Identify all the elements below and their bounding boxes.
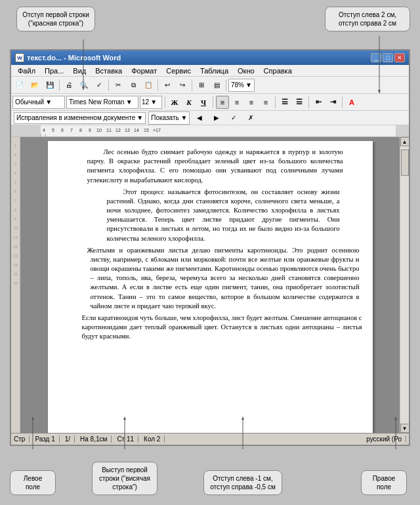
- align-left-button[interactable]: ≡: [216, 96, 229, 109]
- ruler-num-4: 4: [14, 169, 16, 178]
- svg-text:10: 10: [96, 128, 102, 132]
- horizontal-ruler: 1 2 3 4 5 6 7 8 9 10 11 12 13 14 15 +17: [11, 125, 409, 137]
- word-icon: W: [15, 53, 24, 62]
- doc-main: 1 2 3 4 5 6 7 8 9 10 11 12 13 14 15 16: [11, 137, 409, 433]
- menu-help[interactable]: Справка: [260, 66, 296, 75]
- vertical-ruler: 1 2 3 4 5 6 7 8 9 10 11 12 13 14 15 16: [11, 137, 20, 433]
- tb-table[interactable]: ⊞: [194, 78, 209, 92]
- format-toolbar: Обычный ▼ Times New Roman ▼ 12 ▼ Ж К Ч: [11, 94, 409, 111]
- svg-text:8: 8: [79, 128, 82, 132]
- svg-text:7: 7: [70, 128, 73, 132]
- annotation-bubble-bottom-indent: Отступ слева -1 см, отступ справа -0,5 с…: [203, 470, 282, 495]
- scroll-down-button[interactable]: ▼: [400, 424, 410, 433]
- style-dropdown[interactable]: Обычный ▼: [12, 96, 65, 109]
- close-button[interactable]: ✕: [394, 53, 405, 62]
- maximize-button[interactable]: □: [383, 53, 393, 62]
- arrow-bottom-left: [32, 416, 34, 449]
- menu-insert[interactable]: Вставка: [91, 66, 126, 75]
- track-accept[interactable]: ✓: [226, 111, 241, 125]
- tb-sep4: [192, 79, 192, 91]
- tb-sep5: [226, 79, 226, 91]
- tb-cut[interactable]: ✂: [111, 78, 125, 92]
- status-lang: русский (Ро: [366, 435, 406, 443]
- fmt-sep4: [308, 96, 309, 108]
- align-center-button[interactable]: ≡: [230, 96, 243, 109]
- annotation-bottom-right-text: Правое поле: [373, 475, 396, 491]
- bold-button[interactable]: Ж: [168, 96, 181, 109]
- track-reject[interactable]: ✗: [243, 111, 258, 125]
- paragraph-4: Если каратиноидов чуть больше, чем хлоро…: [82, 313, 362, 342]
- svg-text:14: 14: [134, 128, 139, 132]
- menu-table[interactable]: Таблица: [196, 66, 232, 75]
- font-dropdown[interactable]: Times New Roman ▼: [66, 96, 138, 109]
- zoom-value: 78%: [231, 81, 244, 89]
- paragraph-2: Этот процесс называется фотосинтезом, он…: [107, 188, 340, 243]
- numbering-button[interactable]: ☰: [293, 96, 306, 109]
- arrow-top-right: [378, 36, 381, 95]
- track-prev[interactable]: ◀: [192, 111, 207, 125]
- tb-print[interactable]: 🖨: [62, 78, 76, 92]
- ruler-left-margin: [11, 125, 41, 137]
- tb-spellcheck[interactable]: ✓: [92, 78, 106, 92]
- indent-button[interactable]: ⇥: [326, 96, 339, 109]
- tb-copy[interactable]: ⧉: [126, 78, 140, 92]
- document-area: Лес осенью будто снимает рабочую одежду …: [20, 137, 400, 433]
- outdent-button[interactable]: ⇤: [312, 96, 325, 109]
- annotation-bottom-left-text: Левое поле: [24, 475, 42, 491]
- bullets-button[interactable]: ☰: [278, 96, 291, 109]
- ruler-num-7: 7: [14, 196, 16, 205]
- status-st: Ст 11: [117, 435, 138, 443]
- svg-text:15: 15: [144, 128, 149, 132]
- fontsize-value: 12: [142, 98, 149, 106]
- tb-save[interactable]: 💾: [43, 78, 57, 92]
- style-value: Обычный: [15, 98, 44, 106]
- annotation-bottom-hanging-text: Выступ первой строки ("висячая строка"): [99, 466, 150, 491]
- ruler-ticks-svg: 1 2 3 4 5 6 7 8 9 10 11 12 13 14 15 +17: [11, 125, 409, 136]
- menu-window[interactable]: Окно: [234, 66, 259, 75]
- ruler-num-2: 2: [14, 150, 16, 159]
- ruler-num-3: 3: [14, 159, 16, 169]
- ruler-num-9: 9: [14, 214, 16, 224]
- tb-open[interactable]: 📂: [28, 78, 42, 92]
- main-toolbar: 📄 📂 💾 🖨 🔍 ✓ ✂ ⧉ 📋 ↩ ↪ ⊞ ▤ 78% ▼: [11, 77, 409, 94]
- track-next[interactable]: ▶: [209, 111, 224, 125]
- annotation-bubble-bottom-hanging: Выступ первой строки ("висячая строка"): [92, 462, 158, 495]
- fontsize-dropdown[interactable]: 12 ▼: [140, 96, 162, 109]
- ruler-num-10: 10: [13, 224, 18, 233]
- scroll-up-button[interactable]: ▲: [400, 137, 410, 146]
- tb-zoom[interactable]: 78% ▼: [228, 79, 255, 92]
- word-inner: W текст.do... - Microsoft Word _ □ ✕ Фай…: [11, 51, 409, 445]
- arrow-bottom-indent: [242, 416, 244, 449]
- track-dropdown[interactable]: Исправления в измененном документе ▼: [14, 112, 146, 124]
- track-bar: Исправления в измененном документе ▼ Пок…: [11, 111, 409, 125]
- ruler-num-15: 15: [13, 270, 18, 279]
- status-kol: Кол 2: [144, 435, 165, 443]
- fmt-sep3: [275, 96, 276, 108]
- svg-text:5: 5: [52, 128, 54, 132]
- arrow-bottom-right: [394, 416, 397, 449]
- menu-format[interactable]: Формат: [127, 66, 161, 75]
- scroll-thumb[interactable]: [401, 150, 409, 176]
- tb-undo[interactable]: ↩: [160, 78, 175, 92]
- italic-button[interactable]: К: [182, 96, 196, 109]
- annotation-bubble-bottom-left: Левое поле: [10, 470, 56, 495]
- align-right-button[interactable]: ≡: [245, 96, 258, 109]
- arrow-bottom-hanging: [123, 416, 126, 449]
- ruler-num-11: 11: [13, 233, 18, 242]
- menu-file[interactable]: Файл: [14, 66, 39, 75]
- tb-new[interactable]: 📄: [12, 78, 27, 92]
- menu-service[interactable]: Сервис: [162, 66, 195, 75]
- font-color-button[interactable]: A: [345, 96, 358, 109]
- status-na: На 8,1см: [80, 435, 112, 443]
- tb-paste[interactable]: 📋: [141, 78, 156, 92]
- svg-marker-28: [394, 416, 397, 420]
- align-justify-button[interactable]: ≡: [259, 96, 272, 109]
- scroll-track: [400, 146, 410, 424]
- tb-redo[interactable]: ↪: [175, 78, 190, 92]
- menu-view[interactable]: Вид: [69, 66, 90, 75]
- show-dropdown[interactable]: Показать ▼: [148, 111, 190, 125]
- arrow-top-left: [82, 39, 85, 92]
- underline-button[interactable]: Ч: [197, 96, 210, 109]
- menu-edit[interactable]: Пра...: [41, 66, 68, 75]
- tb-cols[interactable]: ▤: [209, 78, 224, 92]
